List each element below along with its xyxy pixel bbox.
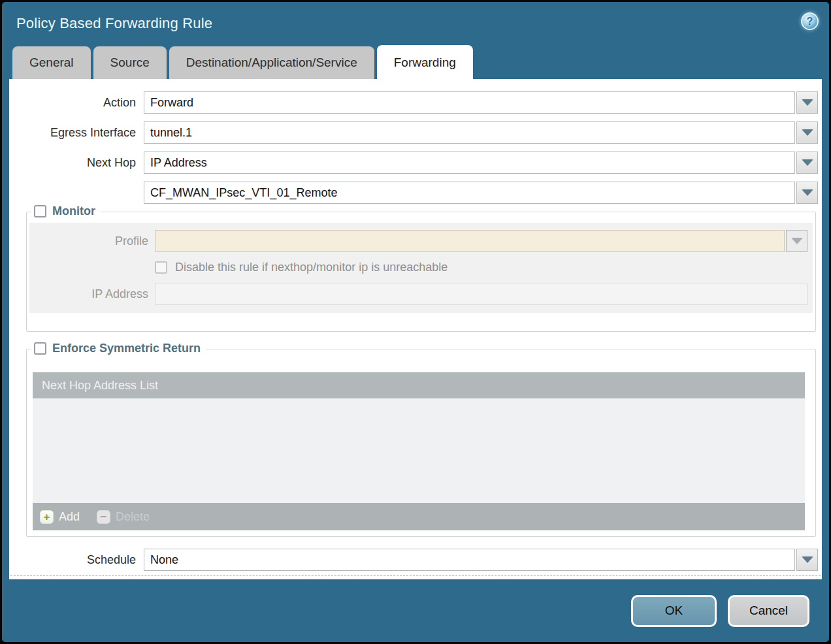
pbf-rule-dialog: Policy Based Forwarding Rule ? General S… xyxy=(0,0,831,644)
dialog-footer: OK Cancel xyxy=(2,579,829,642)
action-row: Action xyxy=(9,91,818,114)
egress-interface-combo-input[interactable] xyxy=(144,121,795,144)
ok-button[interactable]: OK xyxy=(631,595,717,627)
schedule-row: Schedule xyxy=(9,549,818,571)
next-hop-address-dropdown-trigger[interactable] xyxy=(796,182,818,204)
tab-strip: General Source Destination/Application/S… xyxy=(2,45,829,79)
forwarding-tab-panel: Action Egress Interface Next Hop xyxy=(9,79,822,579)
profile-combo-input xyxy=(155,230,785,252)
schedule-combo-input[interactable] xyxy=(144,549,795,571)
action-combo-input[interactable] xyxy=(144,91,795,114)
schedule-label: Schedule xyxy=(9,553,144,567)
profile-dropdown-trigger xyxy=(786,230,807,252)
help-icon[interactable]: ? xyxy=(801,12,819,30)
monitor-ip-address-label: IP Address xyxy=(29,287,155,301)
next-hop-address-row xyxy=(9,182,818,204)
action-label: Action xyxy=(9,96,144,110)
monitor-ip-address-row: IP Address xyxy=(29,283,807,305)
disable-rule-row: Disable this rule if nexthop/monitor ip … xyxy=(155,261,807,274)
monitor-checkbox[interactable] xyxy=(34,205,46,217)
next-hop-label: Next Hop xyxy=(9,156,144,170)
dialog-title: Policy Based Forwarding Rule xyxy=(16,15,212,32)
disable-rule-label: Disable this rule if nexthop/monitor ip … xyxy=(175,261,448,274)
egress-interface-dropdown-trigger[interactable] xyxy=(796,121,818,144)
enforce-symmetric-return-checkbox[interactable] xyxy=(34,342,46,355)
next-hop-address-list-body[interactable] xyxy=(33,398,805,503)
disable-rule-checkbox xyxy=(155,261,167,274)
chevron-down-icon xyxy=(791,238,803,244)
monitor-legend: Monitor xyxy=(31,204,101,218)
next-hop-type-combo-input[interactable] xyxy=(144,152,795,174)
add-button[interactable]: + Add xyxy=(40,510,80,524)
monitor-ip-address-input xyxy=(155,283,807,305)
monitor-disabled-panel: Profile Disable this rule if nexthop/mon… xyxy=(29,223,813,313)
cancel-button[interactable]: Cancel xyxy=(728,595,809,627)
content-bottom-divider xyxy=(10,575,821,576)
delete-button: − Delete xyxy=(97,510,150,524)
next-hop-address-list-toolbar: + Add − Delete xyxy=(33,503,805,530)
chevron-down-icon xyxy=(802,189,813,196)
tab-source[interactable]: Source xyxy=(93,46,167,79)
action-dropdown-trigger[interactable] xyxy=(796,91,818,114)
delete-icon: − xyxy=(97,510,110,524)
next-hop-address-list-column-header[interactable]: Next Hop Address List xyxy=(33,372,805,398)
dialog-titlebar: Policy Based Forwarding Rule ? xyxy=(2,2,829,45)
profile-row: Profile xyxy=(29,230,807,252)
add-button-label: Add xyxy=(59,510,80,524)
monitor-fieldset: Monitor Profile Disable this rule if nex… xyxy=(26,212,816,332)
next-hop-type-dropdown-trigger[interactable] xyxy=(796,152,818,174)
next-hop-row: Next Hop xyxy=(9,152,818,174)
egress-interface-row: Egress Interface xyxy=(9,121,818,144)
enforce-symmetric-return-label: Enforce Symmetric Return xyxy=(52,342,201,355)
chevron-down-icon xyxy=(802,99,813,106)
enforce-symmetric-return-legend: Enforce Symmetric Return xyxy=(31,342,206,355)
monitor-legend-label: Monitor xyxy=(52,204,95,218)
schedule-dropdown-trigger[interactable] xyxy=(796,549,818,571)
chevron-down-icon xyxy=(802,556,813,563)
add-icon: + xyxy=(40,510,54,524)
chevron-down-icon xyxy=(802,159,813,166)
next-hop-address-combo-input[interactable] xyxy=(144,182,795,204)
next-hop-address-list-grid: Next Hop Address List + Add − Delete xyxy=(33,372,805,530)
delete-button-label: Delete xyxy=(116,510,150,524)
tab-destination-application-service[interactable]: Destination/Application/Service xyxy=(169,46,374,79)
egress-interface-label: Egress Interface xyxy=(9,126,144,140)
profile-label: Profile xyxy=(29,234,155,248)
enforce-symmetric-return-fieldset: Enforce Symmetric Return Next Hop Addres… xyxy=(26,349,816,537)
tab-forwarding[interactable]: Forwarding xyxy=(377,45,473,79)
tab-general[interactable]: General xyxy=(12,46,91,79)
chevron-down-icon xyxy=(802,129,813,136)
